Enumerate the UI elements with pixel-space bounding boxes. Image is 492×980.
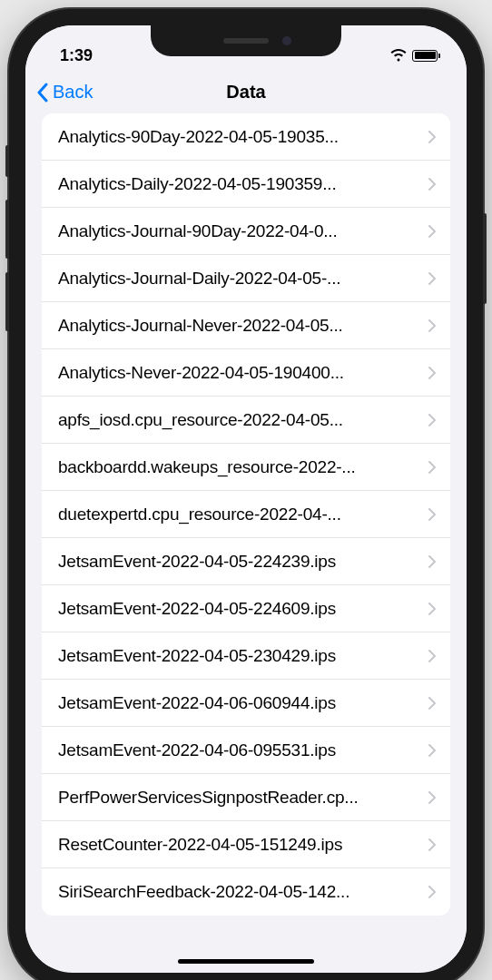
chevron-right-icon — [428, 131, 436, 143]
list-item-label: apfs_iosd.cpu_resource-2022-04-05... — [58, 410, 421, 430]
phone-frame: 1:39 Back Data Analytics-90D — [9, 9, 483, 980]
chevron-right-icon — [428, 508, 436, 521]
chevron-right-icon — [428, 367, 436, 379]
list-item-label: JetsamEvent-2022-04-06-060944.ips — [58, 693, 421, 713]
chevron-right-icon — [428, 414, 436, 426]
list-item[interactable]: JetsamEvent-2022-04-05-230429.ips — [42, 632, 450, 680]
chevron-right-icon — [428, 744, 436, 757]
list-item[interactable]: apfs_iosd.cpu_resource-2022-04-05... — [42, 397, 450, 444]
list-item[interactable]: Analytics-90Day-2022-04-05-19035... — [42, 113, 450, 161]
back-label: Back — [53, 82, 93, 103]
chevron-right-icon — [428, 650, 436, 662]
front-camera — [282, 36, 291, 45]
chevron-right-icon — [428, 555, 436, 568]
list-item-label: JetsamEvent-2022-04-05-224609.ips — [58, 599, 421, 619]
list-item[interactable]: JetsamEvent-2022-04-05-224239.ips — [42, 538, 450, 585]
list-item-label: PerfPowerServicesSignpostReader.cp... — [58, 788, 421, 808]
chevron-right-icon — [428, 697, 436, 710]
list-item-label: backboardd.wakeups_resource-2022-... — [58, 457, 421, 477]
content-area: Analytics-90Day-2022-04-05-19035...Analy… — [25, 113, 467, 966]
data-list: Analytics-90Day-2022-04-05-19035...Analy… — [42, 113, 450, 916]
silent-switch — [5, 145, 9, 177]
volume-up-button — [5, 200, 9, 259]
list-item[interactable]: backboardd.wakeups_resource-2022-... — [42, 444, 450, 491]
chevron-right-icon — [428, 791, 436, 804]
list-item[interactable]: Analytics-Never-2022-04-05-190400... — [42, 349, 450, 397]
list-item[interactable]: Analytics-Daily-2022-04-05-190359... — [42, 161, 450, 208]
chevron-right-icon — [428, 886, 436, 898]
list-item[interactable]: duetexpertd.cpu_resource-2022-04-... — [42, 491, 450, 538]
status-time: 1:39 — [60, 46, 93, 65]
wifi-icon — [390, 49, 407, 62]
status-icons — [390, 49, 438, 62]
chevron-right-icon — [428, 603, 436, 615]
list-item[interactable]: JetsamEvent-2022-04-05-224609.ips — [42, 585, 450, 632]
home-indicator[interactable] — [178, 959, 314, 964]
volume-down-button — [5, 272, 9, 331]
battery-fill — [415, 52, 436, 59]
list-item-label: Analytics-90Day-2022-04-05-19035... — [58, 127, 421, 147]
chevron-right-icon — [428, 461, 436, 474]
list-item[interactable]: ResetCounter-2022-04-05-151249.ips — [42, 821, 450, 868]
list-item-label: Analytics-Daily-2022-04-05-190359... — [58, 174, 421, 194]
list-item-label: JetsamEvent-2022-04-05-224239.ips — [58, 552, 421, 572]
power-button — [483, 213, 487, 304]
list-item[interactable]: SiriSearchFeedback-2022-04-05-142... — [42, 868, 450, 916]
chevron-right-icon — [428, 319, 436, 332]
list-item-label: Analytics-Journal-90Day-2022-04-0... — [58, 221, 421, 241]
list-item-label: JetsamEvent-2022-04-05-230429.ips — [58, 646, 421, 666]
speaker — [223, 38, 269, 44]
list-item[interactable]: JetsamEvent-2022-04-06-095531.ips — [42, 727, 450, 774]
list-item-label: Analytics-Journal-Daily-2022-04-05-... — [58, 269, 421, 289]
list-item[interactable]: Analytics-Journal-Never-2022-04-05... — [42, 302, 450, 349]
list-item[interactable]: PerfPowerServicesSignpostReader.cp... — [42, 774, 450, 821]
screen: 1:39 Back Data Analytics-90D — [25, 25, 467, 973]
nav-bar: Back Data — [25, 73, 467, 113]
chevron-right-icon — [428, 272, 436, 285]
list-item-label: JetsamEvent-2022-04-06-095531.ips — [58, 740, 421, 760]
chevron-right-icon — [428, 178, 436, 191]
chevron-left-icon — [36, 83, 49, 103]
list-item-label: SiriSearchFeedback-2022-04-05-142... — [58, 882, 421, 902]
list-item-label: ResetCounter-2022-04-05-151249.ips — [58, 835, 421, 855]
notch — [151, 25, 341, 56]
list-item[interactable]: Analytics-Journal-Daily-2022-04-05-... — [42, 255, 450, 302]
list-item[interactable]: Analytics-Journal-90Day-2022-04-0... — [42, 208, 450, 255]
chevron-right-icon — [428, 838, 436, 851]
list-item-label: Analytics-Journal-Never-2022-04-05... — [58, 316, 421, 336]
chevron-right-icon — [428, 225, 436, 238]
list-item-label: duetexpertd.cpu_resource-2022-04-... — [58, 505, 421, 524]
list-item[interactable]: JetsamEvent-2022-04-06-060944.ips — [42, 680, 450, 727]
list-item-label: Analytics-Never-2022-04-05-190400... — [58, 363, 421, 383]
back-button[interactable]: Back — [36, 82, 93, 103]
battery-icon — [412, 50, 438, 62]
